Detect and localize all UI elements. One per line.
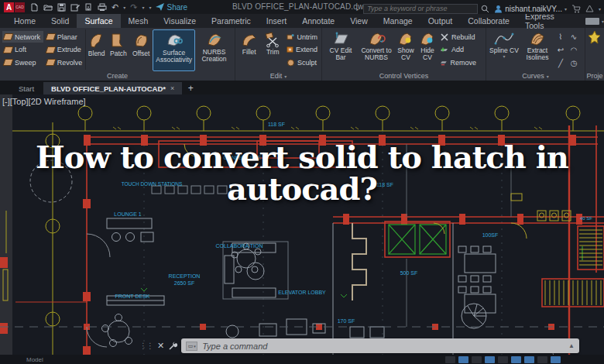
project-geometry-icon[interactable] <box>587 29 602 46</box>
spline-cv-button[interactable]: Spline CV ▾ <box>488 29 520 71</box>
share-button[interactable]: Share <box>156 3 187 12</box>
close-tab-icon[interactable]: × <box>170 84 174 92</box>
curve-wave-icon[interactable]: ∿ <box>568 32 580 44</box>
tab-solid[interactable]: Solid <box>43 14 77 28</box>
sweep-button[interactable]: Sweep <box>2 57 43 68</box>
plot-icon[interactable] <box>98 3 107 12</box>
fillet-icon <box>241 31 258 48</box>
file-tab-start[interactable]: Start <box>11 82 42 94</box>
fillet-button[interactable]: Fillet <box>237 29 261 71</box>
model-tab[interactable]: Model <box>26 356 43 363</box>
redo-icon[interactable]: ↷ <box>130 3 137 12</box>
tab-insert[interactable]: Insert <box>259 14 294 28</box>
app-store-cart-icon[interactable] <box>571 5 581 13</box>
tab-visualize[interactable]: Visualize <box>156 14 204 28</box>
alert-caret-icon[interactable]: ▾ <box>599 6 601 12</box>
tab-manage[interactable]: Manage <box>376 14 420 28</box>
extend-button[interactable]: Extend <box>285 44 319 56</box>
new-file-icon[interactable] <box>30 3 39 12</box>
health-alert-icon[interactable] <box>585 2 594 15</box>
autocad-logo[interactable]: A CAD <box>4 2 25 12</box>
command-collapse-icon[interactable]: ▲ <box>568 342 575 349</box>
title-expand-icon[interactable]: ▸ <box>356 6 359 12</box>
tab-parametric[interactable]: Parametric <box>204 14 259 28</box>
hide-cv-button[interactable]: Hide CV <box>417 29 438 71</box>
panel-label-curves[interactable]: Curves▾ <box>486 71 585 81</box>
surface-associativity-toggle[interactable]: Surface Associativity <box>153 29 195 71</box>
isodraft-toggle-icon[interactable] <box>498 356 508 363</box>
qat-customize-icon[interactable]: ▾ <box>149 5 151 10</box>
extract-isolines-button[interactable]: Extract Isolines <box>520 29 554 71</box>
undo-caret-icon[interactable]: ▾ <box>123 5 125 10</box>
curve-offset-icon[interactable]: ↩ <box>554 45 567 57</box>
tab-mesh[interactable]: Mesh <box>121 14 156 28</box>
show-cv-button[interactable]: Show CV <box>395 29 417 71</box>
redo-caret-icon[interactable]: ▾ <box>142 5 144 10</box>
panel-label-control-vertices[interactable]: Control Vertices <box>322 71 486 81</box>
curve-circle-icon[interactable]: ◷ <box>568 58 580 70</box>
file-tab-drawing[interactable]: BLVD OFFICE_PLAN-AUTOCAD* × <box>43 82 182 94</box>
extrude-button[interactable]: Extrude <box>45 44 84 56</box>
room-label-reception: RECEPTION <box>169 273 201 279</box>
room-label-100sf: 100SF <box>482 232 499 238</box>
ortho-toggle-icon[interactable] <box>472 356 482 363</box>
loft-button[interactable]: Loft <box>2 44 43 56</box>
account-menu[interactable]: nishant.naikVY... ▾ <box>494 5 567 13</box>
lineweight-toggle-icon[interactable] <box>537 356 547 363</box>
command-customize-wrench-icon[interactable] <box>168 342 177 351</box>
save-icon[interactable] <box>57 3 66 12</box>
tab-collaborate[interactable]: Collaborate <box>460 14 517 28</box>
offset-button[interactable]: Offset <box>129 29 153 71</box>
nurbs-creation-toggle[interactable]: NURBS Creation <box>195 29 233 71</box>
dynamic-input-toggle-icon[interactable] <box>551 356 561 363</box>
curve-arc-icon[interactable]: ◠ <box>568 45 580 57</box>
tab-express-tools[interactable]: Express Tools <box>517 14 578 28</box>
trim-scissors-icon <box>264 31 281 48</box>
rebuild-button[interactable]: Rebuild <box>439 31 478 43</box>
open-folder-icon[interactable] <box>43 3 53 12</box>
blend-button[interactable]: Blend <box>86 29 108 71</box>
command-input[interactable]: Type a command <box>202 342 267 351</box>
curve-blend-icon[interactable]: ⌇ <box>554 32 567 44</box>
room-label-elevator-lobby: ELEVATOR LOBBY <box>278 290 326 295</box>
command-line[interactable]: ▭▾ Type a command ▲ <box>181 338 579 353</box>
osnap-toggle-icon[interactable] <box>511 356 521 363</box>
recent-commands-icon[interactable]: ▭▾ <box>186 342 197 351</box>
add-cv-button[interactable]: Add <box>439 44 478 56</box>
remove-cv-button[interactable]: Remove <box>439 57 478 68</box>
convert-to-nurbs-button[interactable]: Convert to NURBS <box>358 29 395 71</box>
drawing-canvas[interactable]: [-][Top][2D Wireframe] <box>0 94 604 364</box>
viewport-controls[interactable]: [-][Top][2D Wireframe] <box>2 97 86 106</box>
otrack-toggle-icon[interactable] <box>524 356 534 363</box>
search-icon[interactable] <box>481 5 489 13</box>
panel-label-edit[interactable]: Edit▾ <box>235 71 321 81</box>
polar-toggle-icon[interactable] <box>485 356 495 363</box>
planar-button[interactable]: Planar <box>45 31 84 43</box>
tab-annotate[interactable]: Annotate <box>294 14 342 28</box>
network-button[interactable]: Network <box>2 31 43 43</box>
tab-home[interactable]: Home <box>6 14 43 28</box>
command-close-icon[interactable]: ✕ <box>157 341 164 351</box>
curve-line-icon[interactable]: ╱ <box>554 58 567 70</box>
snap-toggle-icon[interactable] <box>445 356 455 363</box>
untrim-button[interactable]: Untrim <box>285 31 319 43</box>
trim-button[interactable]: Trim <box>261 29 284 71</box>
cv-edit-bar-button[interactable]: CV Edit Bar <box>324 29 358 71</box>
tab-view[interactable]: View <box>342 14 376 28</box>
revolve-button[interactable]: Revolve <box>45 57 84 68</box>
command-grip-icon[interactable]: ⋮⋮ <box>139 342 153 350</box>
export-icon[interactable] <box>84 3 93 12</box>
ribbon-display-toggle[interactable]: ▾ <box>585 14 604 28</box>
panel-label-create[interactable]: Create <box>0 71 235 81</box>
panel-label-project[interactable]: Proje <box>585 70 604 81</box>
grid-toggle-icon[interactable] <box>458 356 468 363</box>
save-as-icon[interactable] <box>70 3 80 12</box>
search-input[interactable] <box>363 4 478 14</box>
sculpt-icon <box>287 59 295 67</box>
sculpt-button[interactable]: Sculpt <box>285 57 319 68</box>
undo-icon[interactable]: ↶ <box>112 3 118 12</box>
tab-surface[interactable]: Surface <box>77 14 120 28</box>
tab-output[interactable]: Output <box>420 14 461 28</box>
new-drawing-tab-button[interactable]: + <box>184 82 197 94</box>
patch-button[interactable]: Patch <box>108 29 129 71</box>
